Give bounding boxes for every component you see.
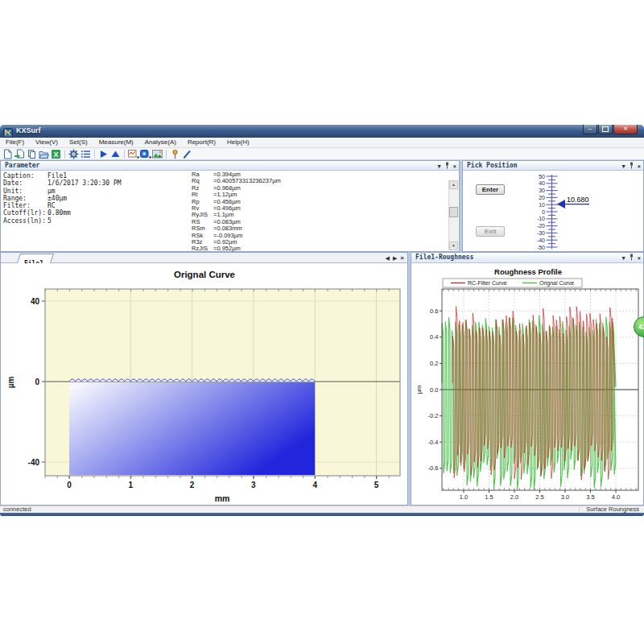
svg-text:0.4: 0.4 (430, 333, 438, 341)
field-label: Cutoff(lr): (3, 209, 47, 217)
scroll-down-icon[interactable]: ▼ (449, 242, 458, 250)
svg-text:mm: mm (215, 493, 230, 503)
close-icon[interactable]: × (638, 255, 641, 262)
new-file-icon[interactable] (2, 149, 14, 159)
menu-bar: File(F)View(V)Set(S)Measure(M)Analyse(A)… (0, 138, 644, 148)
field-value: 0.80mm (47, 209, 71, 217)
pick-position-probe-icon[interactable] (170, 149, 181, 159)
parameter-panel-content: Caption: File1 Date: 1/6/2017 3:20:30 PM… (1, 171, 459, 251)
svg-text:40: 40 (31, 297, 40, 306)
start-measure-icon[interactable] (98, 149, 109, 159)
tab-scroll-left-icon[interactable]: ◀ (386, 254, 390, 262)
svg-text:-50: -50 (537, 245, 545, 250)
panel-menu-icon[interactable]: ▼ (622, 255, 625, 262)
close-icon[interactable]: × (638, 163, 641, 171)
parameter-panel-title: Parameter (5, 162, 39, 169)
menu-item[interactable]: Measure(M) (93, 138, 139, 147)
svg-text:0.6: 0.6 (430, 308, 438, 315)
menu-item[interactable]: File(F) (0, 138, 30, 147)
svg-text:2: 2 (190, 481, 195, 489)
window-bottom-edge (0, 513, 644, 516)
export-excel-icon[interactable]: X (51, 149, 62, 159)
menu-item[interactable]: Analyse(A) (139, 138, 182, 147)
svg-text:40: 40 (539, 180, 545, 186)
pick-position-content: Enter Exit -50-40-30-20-100102030405010.… (463, 171, 643, 251)
panel-menu-icon[interactable]: ▼ (438, 163, 441, 171)
scrollbar-thumb[interactable] (449, 207, 458, 217)
open-file-icon[interactable] (14, 149, 26, 159)
original-curve-chart: 400-40012345Orignal Curvemmµm (1, 263, 407, 506)
svg-text:3.5: 3.5 (586, 493, 594, 501)
svg-text:2.0: 2.0 (510, 493, 518, 501)
parameter-list-icon[interactable] (80, 149, 92, 159)
svg-text:1.0: 1.0 (460, 493, 468, 501)
pin-icon[interactable] (629, 254, 634, 263)
probe-pen-icon[interactable] (182, 149, 193, 159)
menu-item[interactable]: Set(S) (64, 138, 93, 147)
svg-text:0: 0 (67, 481, 72, 489)
menu-item[interactable]: View(V) (30, 138, 64, 147)
svg-text:5: 5 (374, 481, 379, 489)
lift-probe-icon[interactable] (110, 149, 122, 159)
close-button[interactable]: × (613, 125, 638, 134)
file1-panel: File1 ◀ ▶ × 400-40012345Orignal Curvemmµ… (0, 252, 408, 506)
parameter-scrollbar[interactable]: ▲ ▼ (448, 180, 458, 250)
settings-gear-icon[interactable] (68, 149, 80, 159)
menu-item[interactable]: Help(H) (221, 138, 255, 147)
roughness-profile-chart: 1.01.52.02.53.03.54.00.60.40.20.0-0.2-0.… (411, 263, 643, 506)
field-label: Filter: (3, 202, 47, 209)
menu-item[interactable]: Report(R) (182, 138, 221, 147)
parameter-fields: Caption: File1 Date: 1/6/2017 3:20:30 PM… (3, 172, 122, 225)
window-title: KXSurf (16, 126, 41, 134)
copy-icon[interactable] (27, 149, 38, 159)
svg-text:30: 30 (539, 188, 545, 193)
field-label: Access(ln): (3, 217, 47, 225)
field-value: µm (47, 188, 56, 195)
screenshot-canvas: { "window": { "title": "KXSurf", "status… (0, 0, 644, 644)
tab-file1[interactable]: File1 (17, 254, 54, 263)
parameter-field-row: Unit: µm (3, 188, 122, 195)
open-folder-icon[interactable] (39, 149, 50, 159)
roughness-results: Ra =0.394µm Rq =0.400573313236237µm Rz =… (192, 171, 281, 253)
image-view-icon[interactable] (152, 149, 163, 159)
pick-position-header: Pick Position ▼ × (463, 161, 643, 171)
svg-text:2.5: 2.5 (535, 493, 543, 501)
tab-close-icon[interactable]: × (400, 254, 404, 262)
svg-text:-20: -20 (537, 223, 545, 229)
field-label: Caption: (3, 172, 47, 180)
record-view-icon[interactable] (140, 149, 151, 159)
parameter-field-row: Access(ln): 5 (3, 217, 122, 225)
panel-menu-icon[interactable]: ▼ (622, 163, 625, 171)
svg-text:0: 0 (542, 209, 545, 215)
svg-text:50: 50 (539, 174, 545, 180)
svg-text:1: 1 (129, 481, 134, 489)
maximize-button[interactable] (598, 125, 613, 134)
graph-view-icon[interactable] (128, 149, 139, 159)
field-label: Date: (3, 180, 47, 187)
svg-text:Roughness Profile: Roughness Profile (494, 267, 562, 276)
pick-position-ruler[interactable]: -50-40-30-20-100102030405010.680 (463, 171, 644, 252)
toolbar: X (0, 148, 644, 160)
tab-scroll-right-icon[interactable]: ▶ (393, 254, 397, 262)
svg-text:4: 4 (312, 481, 317, 489)
roughness-panel-header: File1-Roughness ▼ × (411, 253, 643, 263)
parameter-panel: Parameter ▼ × Caption: File1 Date: 1/6/2… (0, 160, 460, 252)
svg-text:3: 3 (251, 481, 256, 489)
field-value: RC (47, 202, 56, 209)
toolbar-separator (94, 150, 95, 159)
toolbar-separator (166, 150, 167, 159)
svg-text:10: 10 (539, 202, 545, 208)
roughness-chart-area: 1.01.52.02.53.03.54.00.60.40.20.0-0.2-0.… (411, 263, 643, 505)
svg-text:-30: -30 (537, 230, 545, 236)
parameter-field-row: Caption: File1 (3, 172, 122, 180)
maximize-icon (602, 126, 609, 132)
roughness-panel-title: File1-Roughness (415, 254, 473, 261)
app-window: KXSurf – × File(F)View(V)Set(S)Measure(M… (0, 125, 644, 516)
original-curve-chart-area: 400-40012345Orignal Curvemmµm (1, 263, 407, 505)
scroll-up-icon[interactable]: ▲ (449, 180, 458, 189)
svg-text:0.2: 0.2 (430, 360, 438, 367)
status-bar: connected Surface Roungness (0, 506, 644, 513)
minimize-button[interactable]: – (583, 125, 597, 134)
svg-text:-0.6: -0.6 (428, 464, 439, 472)
close-icon[interactable]: × (453, 163, 456, 171)
